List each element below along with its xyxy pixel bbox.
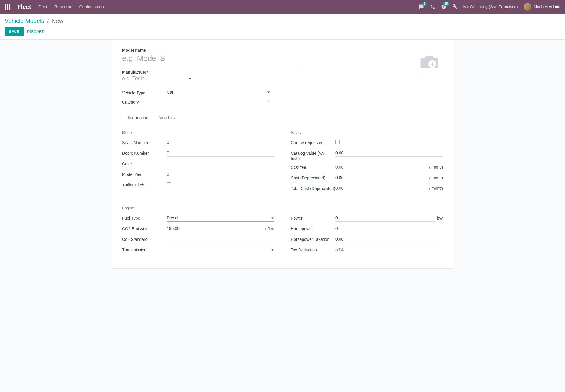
requested-checkbox[interactable] (335, 140, 340, 144)
taxded-value: 50% (335, 246, 443, 253)
color-label: Color (122, 160, 167, 166)
manufacturer-label: Manufacturer (122, 70, 409, 74)
section-model-title: Model (122, 130, 274, 135)
year-input[interactable] (167, 171, 274, 178)
navbar: Fleet Fleet Reporting Configuration 5 25… (0, 0, 565, 14)
co2-input[interactable] (167, 225, 263, 232)
nav-fleet[interactable]: Fleet (38, 4, 47, 9)
requested-label: Can be requested (291, 139, 335, 145)
costdep-unit: / month (429, 176, 443, 180)
catalog-input[interactable] (335, 149, 443, 157)
messages-icon[interactable]: 5 (419, 4, 424, 9)
seats-label: Seats Number (122, 139, 167, 145)
co2fee-label: CO2 fee (291, 164, 335, 170)
hp-input[interactable] (335, 225, 443, 232)
catalog-label: Catalog Value (VAT Incl.) (291, 149, 335, 161)
costdep-input[interactable] (335, 174, 427, 181)
breadcrumb-parent[interactable]: Vehicle Models (5, 18, 44, 24)
model-name-input[interactable] (122, 53, 299, 64)
messages-badge: 5 (422, 2, 427, 6)
manufacturer-input[interactable] (122, 74, 192, 83)
avatar (524, 3, 531, 11)
co2std-input[interactable] (167, 236, 274, 243)
doors-input[interactable] (167, 149, 274, 157)
activities-badge: 25 (443, 2, 449, 6)
totalcost-label: Total Cost (Depreciated) (291, 185, 335, 191)
trailer-label: Trailer Hitch (122, 181, 167, 188)
save-button[interactable]: SAVE (5, 27, 24, 36)
tabs: Information Vendors (112, 112, 453, 123)
model-name-label: Model name (122, 48, 409, 53)
totalcost-unit: / month (429, 186, 443, 191)
vehicle-type-select[interactable] (167, 89, 270, 96)
section-engine-title: Engine (122, 206, 274, 210)
category-select[interactable] (167, 98, 270, 105)
co2-unit: g/km (265, 226, 274, 231)
seats-input[interactable] (167, 139, 274, 146)
fuel-select[interactable] (167, 214, 274, 222)
activities-icon[interactable]: 25 (441, 4, 446, 9)
debug-icon[interactable] (452, 4, 458, 9)
tab-information[interactable]: Information (122, 112, 154, 123)
hptax-input[interactable] (335, 236, 443, 243)
doors-label: Doors Number (122, 149, 167, 156)
vehicle-type-label: Vehicle Type (122, 89, 167, 95)
image-upload[interactable] (416, 48, 443, 75)
company-selector[interactable]: My Company (San Francisco) (463, 4, 518, 9)
category-label: Category (122, 99, 167, 104)
power-label: Power (291, 214, 335, 221)
costdep-label: Cost (Depreciated) (291, 174, 335, 181)
co2fee-value: 0.00 (335, 164, 427, 171)
breadcrumb-current: New (51, 18, 63, 24)
form-sheet: Model name Manufacturer Vehicle Type (112, 40, 453, 269)
breadcrumb: Vehicle Models / New (5, 18, 560, 24)
camera-plus-icon (419, 53, 440, 70)
taxded-label: Tax Deduction (291, 246, 335, 253)
hp-label: Horsepower (291, 225, 335, 231)
trans-select[interactable] (167, 246, 274, 253)
nav-reporting[interactable]: Reporting (54, 4, 72, 9)
user-name: Mitchell Admin (534, 4, 560, 9)
action-bar: Vehicle Models / New SAVE DISCARD (0, 14, 565, 40)
co2fee-unit: / month (429, 165, 443, 169)
co2std-label: Co2 Standard (122, 236, 167, 242)
hptax-label: Horsepower Taxation (291, 236, 335, 242)
trailer-checkbox[interactable] (167, 182, 171, 186)
apps-icon[interactable] (5, 4, 10, 10)
tab-vendors[interactable]: Vendors (154, 112, 180, 123)
phone-icon[interactable] (430, 4, 435, 9)
co2-label: CO2 Emissions (122, 225, 167, 231)
year-label: Model Year (122, 171, 167, 177)
nav-configuration[interactable]: Configuration (79, 4, 104, 9)
fuel-label: Fuel Type (122, 214, 167, 221)
section-salary-title: Salary (291, 130, 443, 135)
user-menu[interactable]: Mitchell Admin (524, 3, 560, 11)
totalcost-value: 0.00 (335, 185, 427, 192)
power-input[interactable] (335, 214, 435, 222)
brand[interactable]: Fleet (17, 4, 31, 10)
color-input[interactable] (167, 160, 274, 167)
discard-button[interactable]: DISCARD (27, 29, 45, 34)
power-unit: kW (437, 216, 443, 221)
trans-label: Transmission (122, 246, 167, 253)
